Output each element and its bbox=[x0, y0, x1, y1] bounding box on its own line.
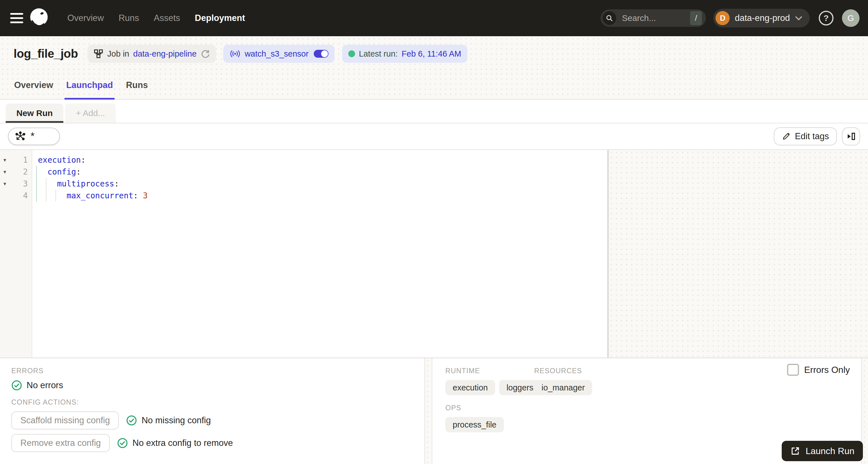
workspace-switcher[interactable]: D data-eng-prod bbox=[713, 9, 810, 27]
yaml-editor-area[interactable]: execution: config: multiprocess: max_con… bbox=[32, 150, 607, 358]
scaffold-missing-config-button[interactable]: Scaffold missing config bbox=[11, 411, 119, 430]
remove-extra-row: Remove extra config No extra config to r… bbox=[11, 434, 413, 452]
nav-item-runs[interactable]: Runs bbox=[111, 13, 146, 23]
search-input[interactable]: Search... / bbox=[601, 9, 706, 27]
resources-heading: RESOURCES bbox=[534, 367, 592, 375]
fold-icon[interactable] bbox=[0, 181, 10, 187]
launchpad-main: 1 2 3 4 execution: config: multiprocess:… bbox=[0, 150, 868, 358]
help-icon[interactable]: ? bbox=[819, 11, 834, 26]
no-errors-text: No errors bbox=[27, 380, 63, 391]
runtime-heading: RUNTIME bbox=[445, 367, 534, 375]
sensor-link[interactable]: watch_s3_sensor bbox=[245, 49, 309, 59]
search-placeholder: Search... bbox=[622, 13, 684, 23]
chevron-down-icon bbox=[795, 16, 802, 21]
pencil-icon bbox=[782, 132, 791, 141]
ops-section: OPS process_file bbox=[445, 404, 868, 432]
tab-launchpad[interactable]: Launchpad bbox=[64, 71, 115, 99]
new-run-tab[interactable]: New Run bbox=[6, 103, 63, 123]
job-in-label: Job in bbox=[107, 49, 129, 59]
latest-run-link[interactable]: Feb 6, 11:46 AM bbox=[402, 49, 461, 59]
menu-icon[interactable] bbox=[10, 13, 23, 23]
dagster-logo-icon[interactable] bbox=[29, 7, 50, 29]
resource-tag[interactable]: io_manager bbox=[534, 380, 592, 395]
bottom-section: ERRORS No errors CONFIG ACTIONS: Scaffol… bbox=[0, 358, 868, 464]
remove-extra-config-button[interactable]: Remove extra config bbox=[11, 434, 110, 452]
run-status-dot bbox=[348, 50, 355, 57]
workspace-name: data-eng-prod bbox=[735, 13, 790, 23]
job-origin-badge: Job in data-eng-pipeline bbox=[87, 45, 216, 63]
tab-overview-label: Overview bbox=[14, 80, 53, 90]
errors-only-label: Errors Only bbox=[804, 365, 850, 375]
search-icon bbox=[602, 11, 616, 25]
no-extra-config-text: No extra config to remove bbox=[132, 438, 233, 448]
runtime-tag[interactable]: execution bbox=[445, 380, 495, 395]
fold-icon[interactable] bbox=[0, 157, 10, 163]
search-shortcut-key: / bbox=[690, 11, 702, 25]
launch-run-button[interactable]: Launch Run bbox=[782, 441, 863, 461]
op-graph-icon bbox=[15, 131, 26, 142]
help-glyph: ? bbox=[824, 13, 829, 23]
code-line: execution: bbox=[38, 154, 607, 166]
indent-guide bbox=[36, 166, 37, 202]
errors-actions-panel: ERRORS No errors CONFIG ACTIONS: Scaffol… bbox=[0, 358, 424, 464]
line-number: 2 bbox=[10, 167, 32, 177]
editor-gutter: 1 2 3 4 bbox=[0, 150, 32, 358]
launch-icon bbox=[790, 446, 800, 456]
nav-item-assets[interactable]: Assets bbox=[147, 13, 188, 23]
errors-heading: ERRORS bbox=[11, 367, 413, 375]
check-circle-icon bbox=[11, 380, 22, 391]
tab-launchpad-label: Launchpad bbox=[66, 80, 113, 90]
nav-item-deployment[interactable]: Deployment bbox=[188, 13, 252, 23]
sensor-icon bbox=[229, 50, 241, 58]
latest-run-label: Latest run: bbox=[359, 49, 398, 59]
launch-run-label: Launch Run bbox=[805, 446, 855, 456]
expand-panel-icon bbox=[846, 131, 856, 141]
no-missing-config-status: No missing config bbox=[126, 415, 211, 426]
sensor-toggle[interactable] bbox=[314, 50, 329, 58]
tab-overview[interactable]: Overview bbox=[12, 71, 55, 99]
user-avatar[interactable]: G bbox=[842, 9, 860, 27]
config-actions-heading: CONFIG ACTIONS: bbox=[11, 398, 413, 406]
ops-heading: OPS bbox=[445, 404, 868, 412]
page-title: log_file_job bbox=[13, 47, 78, 61]
top-nav: Overview Runs Assets Deployment Search..… bbox=[0, 0, 868, 36]
check-circle-icon bbox=[117, 438, 128, 448]
add-config-tab-button[interactable]: + Add... bbox=[65, 103, 116, 123]
op-selector-value: * bbox=[31, 130, 34, 142]
scaffold-row: Scaffold missing config No missing confi… bbox=[11, 411, 413, 430]
line-number: 4 bbox=[10, 191, 32, 200]
job-graph-icon bbox=[94, 49, 103, 59]
code-line: config: bbox=[38, 166, 607, 178]
pipeline-link[interactable]: data-eng-pipeline bbox=[133, 49, 197, 59]
op-tag[interactable]: process_file bbox=[445, 417, 504, 432]
code-line: multiprocess: bbox=[38, 178, 607, 190]
job-tabs: Overview Launchpad Runs bbox=[0, 71, 868, 100]
edit-tags-button[interactable]: Edit tags bbox=[774, 127, 837, 146]
no-missing-config-text: No missing config bbox=[142, 415, 211, 426]
launchpad-toolbar: * Edit tags bbox=[0, 123, 868, 150]
page-header: log_file_job Job in data-eng-pipeline wa… bbox=[0, 36, 868, 71]
errors-only-checkbox[interactable] bbox=[787, 364, 799, 376]
bottom-panel-divider bbox=[424, 358, 432, 464]
fold-icon[interactable] bbox=[0, 168, 10, 175]
indent-guide bbox=[46, 178, 46, 202]
config-sections-panel: RUNTIME execution loggers RESOURCES io_m… bbox=[432, 358, 868, 464]
op-selector-input[interactable]: * bbox=[8, 128, 60, 145]
nav-item-overview[interactable]: Overview bbox=[60, 13, 111, 23]
errors-only-control: Errors Only bbox=[787, 364, 850, 376]
line-number: 1 bbox=[10, 155, 32, 165]
no-extra-config-status: No extra config to remove bbox=[117, 438, 233, 448]
tab-runs[interactable]: Runs bbox=[124, 71, 150, 99]
tab-runs-label: Runs bbox=[126, 80, 148, 90]
indent-guide bbox=[56, 190, 56, 202]
check-circle-icon bbox=[126, 415, 137, 426]
config-editor: 1 2 3 4 execution: config: multiprocess:… bbox=[0, 150, 607, 358]
sensor-badge: watch_s3_sensor bbox=[223, 45, 335, 63]
no-errors-status: No errors bbox=[11, 380, 413, 391]
edit-tags-label: Edit tags bbox=[795, 131, 829, 142]
launchpad-config-tabs: New Run + Add... bbox=[0, 100, 868, 123]
toggle-right-panel-button[interactable] bbox=[842, 127, 860, 146]
reload-icon[interactable] bbox=[200, 49, 210, 58]
runtime-section: RUNTIME execution loggers bbox=[445, 367, 534, 395]
resources-section: RESOURCES io_manager bbox=[534, 367, 592, 395]
